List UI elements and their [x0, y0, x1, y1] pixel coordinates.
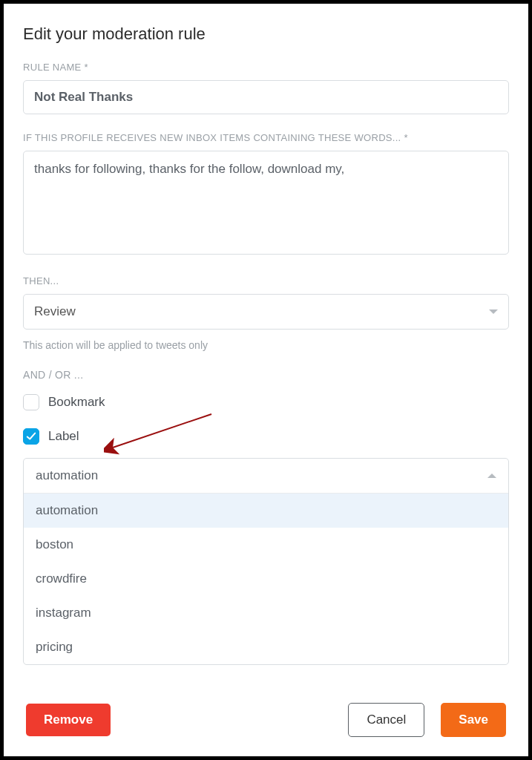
and-or-label: AND / OR ...: [23, 369, 509, 381]
combo-option-crowdfire[interactable]: crowdfire: [24, 562, 508, 596]
label-checkbox[interactable]: [23, 428, 39, 445]
words-textarea[interactable]: thanks for following, thanks for the fol…: [23, 151, 509, 255]
rule-name-section: RULE NAME *: [23, 62, 509, 114]
dialog-title: Edit your moderation rule: [23, 24, 509, 44]
then-helper-text: This action will be applied to tweets on…: [23, 339, 509, 351]
moderation-rule-dialog: Edit your moderation rule RULE NAME * IF…: [0, 0, 532, 760]
then-select-value: Review: [34, 304, 76, 319]
chevron-up-icon: [487, 474, 496, 478]
bookmark-checkbox[interactable]: [23, 394, 39, 410]
combo-option-pricing[interactable]: pricing: [24, 630, 508, 664]
label-option-label: Label: [48, 429, 79, 444]
chevron-down-icon: [489, 309, 498, 314]
then-label: THEN...: [23, 275, 509, 286]
label-combobox-header[interactable]: automation: [24, 459, 508, 493]
bookmark-label: Bookmark: [48, 395, 105, 410]
label-combobox[interactable]: automation automation boston crowdfire i…: [23, 458, 509, 665]
combo-option-automation[interactable]: automation: [24, 494, 508, 528]
label-combobox-list[interactable]: automation boston crowdfire instagram pr…: [24, 493, 508, 664]
cancel-button[interactable]: Cancel: [348, 703, 424, 737]
words-section: IF THIS PROFILE RECEIVES NEW INBOX ITEMS…: [23, 132, 509, 258]
combo-option-instagram[interactable]: instagram: [24, 596, 508, 630]
dialog-footer: Remove Cancel Save: [4, 687, 528, 756]
and-or-section: AND / OR ... Bookmark Label: [23, 369, 509, 445]
combo-option-boston[interactable]: boston: [24, 528, 508, 562]
rule-name-input[interactable]: [23, 80, 509, 114]
check-icon: [26, 431, 36, 442]
footer-right-group: Cancel Save: [348, 703, 506, 737]
save-button[interactable]: Save: [441, 703, 506, 737]
then-select[interactable]: Review: [23, 294, 509, 330]
rule-name-label: RULE NAME *: [23, 62, 509, 73]
remove-button[interactable]: Remove: [26, 704, 111, 736]
label-checkbox-row[interactable]: Label: [23, 428, 509, 445]
bookmark-checkbox-row[interactable]: Bookmark: [23, 394, 509, 410]
words-label: IF THIS PROFILE RECEIVES NEW INBOX ITEMS…: [23, 132, 509, 143]
then-section: THEN... Review This action will be appli…: [23, 275, 509, 351]
label-combobox-value: automation: [36, 468, 98, 483]
